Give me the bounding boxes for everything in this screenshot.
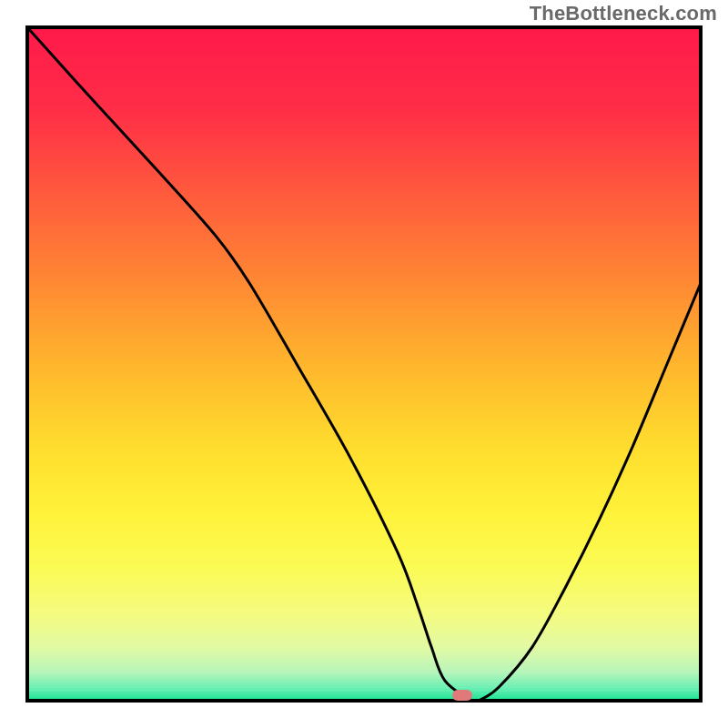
bottleneck-chart <box>0 0 728 728</box>
optimum-marker <box>452 690 472 701</box>
chart-gradient-fill <box>27 27 701 704</box>
watermark-label: TheBottleneck.com <box>530 2 717 25</box>
